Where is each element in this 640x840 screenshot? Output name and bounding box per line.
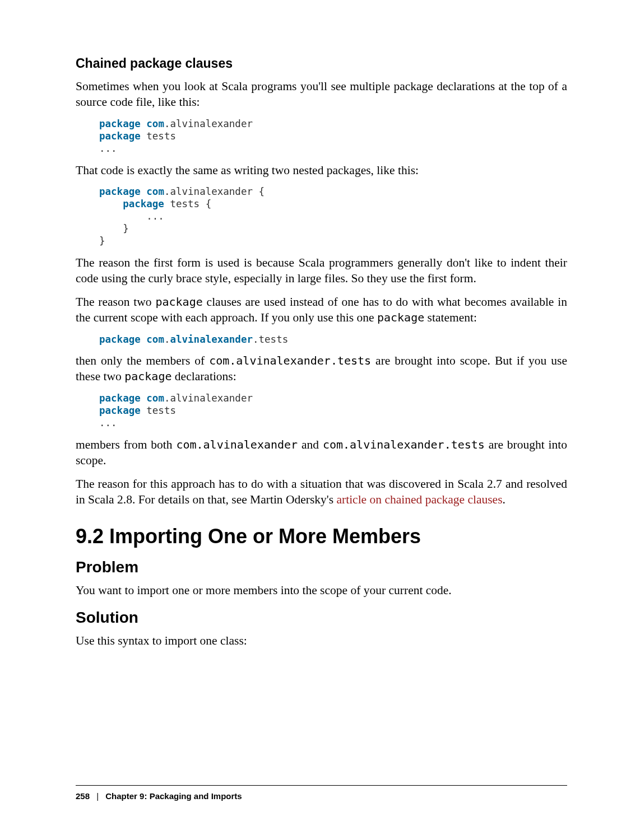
code-text: ... [99,143,117,154]
code-block-2: package com.alvinalexander { package tes… [99,186,567,247]
keyword: package [99,118,141,129]
code-text: . [164,334,170,345]
package-name: com [146,393,164,404]
paragraph: The reason for this approach has to do w… [76,477,567,508]
code-block-3: package com.alvinalexander.tests [99,334,567,346]
inline-code: package [155,295,202,309]
paragraph: The reason two package clauses are used … [76,295,567,326]
code-block-4: package com.alvinalexander package tests… [99,393,567,430]
paragraph: That code is exactly the same as writing… [76,163,567,179]
keyword: package [99,130,141,142]
subheading-chained: Chained package clauses [76,56,567,71]
link-chained-article[interactable]: article on chained package clauses [336,493,502,506]
text-run: and [298,438,323,451]
inline-code: com.alvinalexander.tests [323,438,485,451]
text-run: declarations: [171,370,236,383]
chapter-label: Chapter 9: Packaging and Imports [105,791,242,801]
code-text: .tests [253,334,288,345]
keyword: package [99,334,141,345]
paragraph: then only the members of com.alvinalexan… [76,353,567,385]
package-name: alvinalexander [170,334,253,345]
paragraph: You want to import one or more members i… [76,583,567,599]
page-number: 258 [76,791,90,801]
text-run: . [503,493,505,506]
section-heading-9-2: 9.2 Importing One or More Members [76,525,567,548]
code-text: } [99,223,129,234]
inline-code: package [377,311,424,324]
keyword: package [99,405,141,416]
keyword: package [123,198,164,209]
text-run: then only the members of [76,354,209,367]
code-text: .alvinalexander { [164,186,265,197]
code-text: tests { [164,198,211,209]
text-run: statement: [424,311,477,324]
inline-code: com.alvinalexander.tests [209,354,371,367]
subheading-solution: Solution [76,609,567,627]
text-run: The reason two [76,295,155,309]
footer-separator: | [96,791,99,801]
keyword: package [99,393,141,404]
subheading-problem: Problem [76,558,567,576]
package-name: com [146,334,164,345]
code-text: } [99,235,105,246]
paragraph: Use this syntax to import one class: [76,633,567,649]
code-text: ... [99,211,164,222]
paragraph: members from both com.alvinalexander and… [76,437,567,469]
code-text: .alvinalexander [164,118,253,129]
book-page: Chained package clauses Sometimes when y… [0,0,640,840]
code-block-1: package com.alvinalexander package tests… [99,118,567,155]
code-text: .alvinalexander [164,393,253,404]
keyword: package [99,186,141,197]
paragraph: The reason the first form is used is bec… [76,255,567,287]
code-text: tests [141,130,176,142]
package-name: com [146,186,164,197]
inline-code: package [124,370,171,383]
paragraph: Sometimes when you look at Scala program… [76,79,567,110]
page-footer: 258 | Chapter 9: Packaging and Imports [76,785,567,801]
inline-code: com.alvinalexander [176,438,298,451]
code-text: tests [141,405,176,416]
package-name: com [146,118,164,129]
text-run: members from both [76,438,176,451]
code-text: ... [99,417,117,428]
